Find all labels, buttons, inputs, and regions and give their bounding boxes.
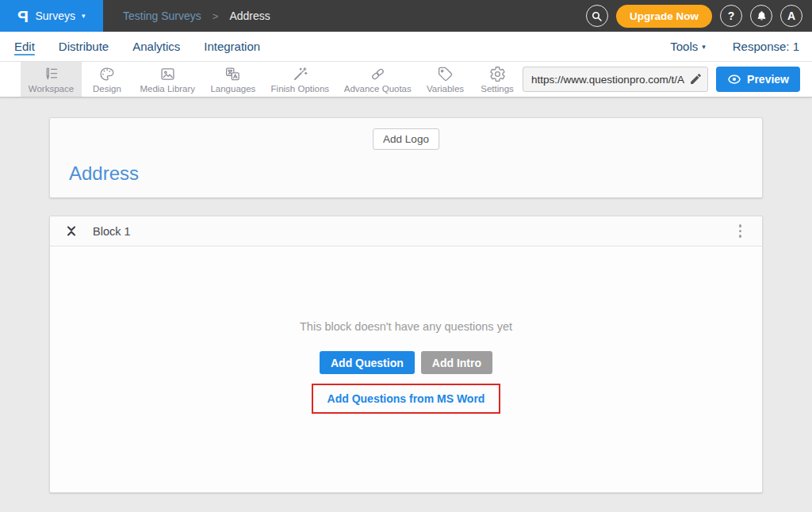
upgrade-now-button[interactable]: Upgrade Now <box>616 5 712 28</box>
section-navigation: Edit Distribute Analytics Integration To… <box>0 32 812 62</box>
toolbar-item-advance-quotas[interactable]: Advance Quotas <box>337 62 419 97</box>
product-label: Surveys <box>35 10 75 22</box>
toolbar-item-languages[interactable]: Languages <box>203 62 264 97</box>
notifications-button[interactable] <box>750 5 772 27</box>
block-card: Block 1 This block doesn't have any ques… <box>49 216 763 493</box>
collapse-icon <box>66 225 77 237</box>
variables-icon <box>437 66 454 82</box>
breadcrumb-separator: > <box>213 10 219 22</box>
tools-menu[interactable]: Tools ▾ <box>670 40 706 53</box>
toolbar-label: Finish Options <box>271 84 330 94</box>
add-intro-button[interactable]: Add Intro <box>421 351 492 374</box>
search-button[interactable] <box>586 5 608 27</box>
advance-quotas-icon <box>370 66 386 82</box>
block-menu-button[interactable] <box>734 221 747 241</box>
nav-tabs: Edit Distribute Analytics Integration <box>14 40 260 53</box>
toolbar-label: Design <box>93 84 121 94</box>
media-library-icon <box>159 66 176 82</box>
block-header: Block 1 <box>50 216 762 246</box>
tab-distribute[interactable]: Distribute <box>59 40 109 53</box>
edit-pencil-icon[interactable] <box>689 72 703 86</box>
toolbar-item-variables[interactable]: Variables <box>419 62 472 97</box>
breadcrumb-current: Address <box>229 10 270 22</box>
block-body: This block doesn't have any questions ye… <box>50 246 762 492</box>
response-count[interactable]: Response: 1 <box>733 40 799 53</box>
design-icon <box>98 66 115 82</box>
settings-icon <box>489 66 506 82</box>
toolbar-item-design[interactable]: Design <box>82 62 132 97</box>
account-avatar[interactable]: A <box>780 5 802 27</box>
help-button[interactable]: ? <box>720 5 742 27</box>
add-logo-button[interactable]: Add Logo <box>373 128 439 150</box>
top-navigation-bar: P Surveys ▾ Testing Surveys > Address Up… <box>0 0 812 32</box>
block-action-buttons: Add Question Add Intro <box>320 351 492 374</box>
toolbar-item-media-library[interactable]: Media Library <box>132 62 203 97</box>
product-switcher[interactable]: P Surveys ▾ <box>0 0 103 32</box>
empty-block-message: This block doesn't have any questions ye… <box>300 320 512 333</box>
add-question-button[interactable]: Add Question <box>320 351 415 374</box>
toolbar-item-settings[interactable]: Settings <box>472 62 523 97</box>
preview-label: Preview <box>747 73 789 86</box>
tools-label: Tools <box>670 40 698 53</box>
nav-right: Tools ▾ Response: 1 <box>670 40 799 53</box>
survey-header-card: Add Logo Address <box>49 117 763 198</box>
breadcrumb-parent[interactable]: Testing Surveys <box>123 10 201 22</box>
tab-edit[interactable]: Edit <box>14 40 35 53</box>
chevron-down-icon: ▾ <box>82 12 86 20</box>
annotation-highlight-box: Add Questions from MS Word <box>312 384 501 414</box>
editor-toolbar: Workspace Design Media Library Languages <box>0 62 812 97</box>
languages-icon <box>224 66 241 82</box>
tab-analytics[interactable]: Analytics <box>132 40 180 53</box>
breadcrumb: Testing Surveys > Address <box>123 10 270 22</box>
toolbar-item-workspace[interactable]: Workspace <box>21 62 82 97</box>
kebab-icon <box>739 224 742 227</box>
avatar-initial: A <box>787 10 795 22</box>
preview-button[interactable]: Preview <box>716 67 800 92</box>
toolbar-label: Settings <box>481 84 514 94</box>
question-mark-icon: ? <box>728 10 735 22</box>
toolbar-label: Media Library <box>140 84 195 94</box>
toolbar-item-finish-options[interactable]: Finish Options <box>263 62 336 97</box>
survey-url-input[interactable] <box>523 67 708 92</box>
topbar-actions: Upgrade Now ? A <box>586 5 812 28</box>
toolbar-label: Languages <box>210 84 255 94</box>
bell-icon <box>756 10 768 22</box>
collapse-block-button[interactable] <box>66 225 77 237</box>
block-title[interactable]: Block 1 <box>93 225 131 238</box>
eye-icon <box>727 72 741 86</box>
chevron-down-icon: ▾ <box>702 43 706 51</box>
survey-url-field <box>523 67 708 92</box>
search-icon <box>591 10 603 22</box>
toolbar-label: Workspace <box>29 84 74 94</box>
tab-integration[interactable]: Integration <box>204 40 260 53</box>
toolbar-label: Variables <box>427 84 464 94</box>
questionpro-logo: P <box>17 8 29 25</box>
workspace-icon <box>43 66 59 82</box>
survey-editor-canvas: Add Logo Address Block 1 This block does… <box>0 98 812 512</box>
toolbar-label: Advance Quotas <box>344 84 412 94</box>
survey-title[interactable]: Address <box>69 162 139 185</box>
finish-options-icon <box>292 66 308 82</box>
add-questions-from-ms-word-link[interactable]: Add Questions from MS Word <box>327 392 485 405</box>
